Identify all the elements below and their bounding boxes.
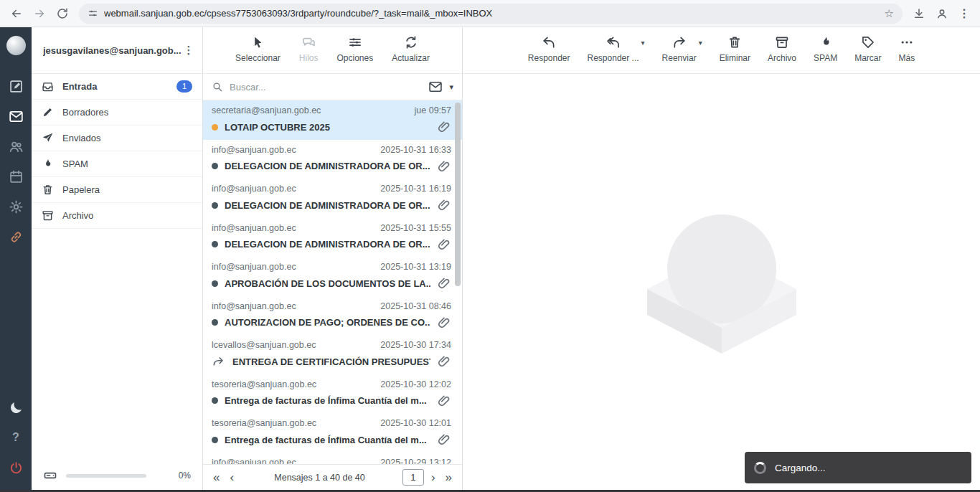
message-row[interactable]: info@sanjuan.gob.ec2025-10-29 13:12 <box>203 453 462 465</box>
attachment-icon <box>437 159 451 174</box>
message-subject: LOTAIP OCTUBRE 2025 <box>225 122 430 133</box>
compose-button[interactable] <box>5 75 27 97</box>
chat-bubbles-icon <box>301 35 316 49</box>
attachment-icon <box>437 198 451 212</box>
message-date: 2025-10-31 15:55 <box>380 223 451 233</box>
message-list: secretaria@sanjuan.gob.ecjue 09:57 LOTAI… <box>203 100 462 464</box>
webmail-home-button[interactable] <box>5 226 27 247</box>
pagination-summary: Mensajes 1 a 40 de 40 <box>274 473 364 483</box>
folder-archive[interactable]: Archivo <box>32 203 202 229</box>
contacts-nav-button[interactable] <box>5 136 27 157</box>
threads-button[interactable]: Hilos <box>299 35 319 63</box>
message-date: 2025-10-30 12:01 <box>380 418 451 428</box>
reply-all-menu-caret[interactable]: ▾ <box>641 39 645 47</box>
last-page-button[interactable]: » <box>443 471 455 483</box>
unread-dot[interactable] <box>212 163 218 169</box>
unread-dot[interactable] <box>212 280 218 287</box>
message-row[interactable]: secretaria@sanjuan.gob.ecjue 09:57 LOTAI… <box>203 100 462 140</box>
cursor-arrow-icon <box>250 35 265 49</box>
message-date: 2025-10-31 16:33 <box>380 145 451 155</box>
message-row[interactable]: tesoreria@sanjuan.gob.ec2025-10-30 12:02… <box>203 374 462 414</box>
message-date: 2025-10-29 13:12 <box>380 458 451 465</box>
message-row[interactable]: info@sanjuan.gob.ec2025-10-31 16:33 DELE… <box>203 140 462 179</box>
search-scope-chevron-icon[interactable]: ▾ <box>449 82 453 92</box>
back-button[interactable] <box>6 3 27 24</box>
message-row[interactable]: lcevallos@sanjuan.gob.ec2025-10-30 17:34… <box>203 335 462 374</box>
reply-icon <box>542 35 556 49</box>
message-row[interactable]: info@sanjuan.gob.ec2025-10-31 15:55 DELE… <box>203 218 462 257</box>
dark-mode-button[interactable] <box>5 397 27 418</box>
refresh-icon <box>404 35 418 49</box>
message-row[interactable]: info@sanjuan.gob.ec2025-10-31 08:46 AUTO… <box>203 296 462 336</box>
more-button[interactable]: Más <box>899 35 915 63</box>
spinner-icon <box>754 462 766 474</box>
message-from: secretaria@sanjuan.gob.ec <box>212 105 321 115</box>
prev-page-button[interactable]: ‹ <box>227 471 237 483</box>
message-date: 2025-10-30 12:02 <box>380 379 451 389</box>
unread-dot[interactable] <box>212 319 218 326</box>
account-menu-button[interactable]: ⋮ <box>181 44 197 57</box>
forward-button[interactable] <box>29 3 50 24</box>
downloads-button[interactable] <box>908 3 930 24</box>
profile-button[interactable] <box>931 3 953 24</box>
flame-icon <box>42 158 54 170</box>
folder-trash[interactable]: Papelera <box>32 177 202 203</box>
forward-menu-caret[interactable]: ▾ <box>699 39 702 47</box>
message-list-panel: Seleccionar Hilos Opciones Actualizar ▾ <box>203 27 463 490</box>
account-email: jesusgavilanes@sanjuan.gob.... <box>43 45 181 56</box>
unread-dot[interactable] <box>212 397 218 404</box>
reload-button[interactable] <box>52 3 73 24</box>
help-button[interactable]: ? <box>5 427 27 448</box>
message-from: info@sanjuan.gob.ec <box>212 184 296 194</box>
attachment-icon <box>437 120 451 134</box>
refresh-button[interactable]: Actualizar <box>392 35 430 63</box>
mail-toolbar: Responder Responder ... ▾ Reenviar ▾ Eli… <box>463 27 980 74</box>
reply-button[interactable]: Responder <box>528 35 570 63</box>
pencil-icon <box>42 106 54 118</box>
message-subject: ENTREGA DE CERTIFICACIÓN PRESUPUEST... <box>232 356 430 367</box>
folder-drafts[interactable]: Borradores <box>32 100 202 126</box>
search-input[interactable] <box>230 82 422 93</box>
folder-sent[interactable]: Enviados <box>32 126 202 151</box>
flag-dot[interactable] <box>212 124 218 131</box>
message-row[interactable]: tesoreria@sanjuan.gob.ec2025-10-30 12:01… <box>203 413 462 453</box>
message-subject: Entrega de facturas de Ínfima Cuantía de… <box>225 435 430 445</box>
message-from: info@sanjuan.gob.ec <box>212 458 296 465</box>
mail-nav-button[interactable] <box>5 105 27 127</box>
site-info-icon[interactable] <box>88 8 98 19</box>
message-row[interactable]: info@sanjuan.gob.ec2025-10-31 13:19 APRO… <box>203 257 462 296</box>
mark-button[interactable]: Marcar <box>854 35 881 63</box>
message-row[interactable]: info@sanjuan.gob.ec2025-10-31 16:19 DELE… <box>203 179 462 218</box>
unread-dot[interactable] <box>212 241 218 247</box>
search-scope-mail-icon[interactable] <box>428 80 443 94</box>
account-row: jesusgavilanes@sanjuan.gob.... ⋮ <box>32 27 202 74</box>
delete-button[interactable]: Eliminar <box>720 35 750 63</box>
message-date: jue 09:57 <box>415 105 451 115</box>
trash-icon <box>42 184 54 196</box>
forward-button-mail[interactable]: Reenviar <box>662 35 697 63</box>
message-date: 2025-10-31 13:19 <box>380 262 451 272</box>
calendar-icon <box>9 169 24 184</box>
first-page-button[interactable]: « <box>210 471 222 483</box>
bookmark-star-icon[interactable]: ☆ <box>885 7 894 20</box>
quota-percent: 0% <box>179 470 191 481</box>
calendar-nav-button[interactable] <box>5 166 27 187</box>
archive-button[interactable]: Archivo <box>768 35 796 63</box>
page-number-input[interactable] <box>402 469 424 486</box>
folder-inbox[interactable]: Entrada 1 <box>32 74 202 100</box>
unread-dot[interactable] <box>212 437 218 443</box>
browser-menu-button[interactable]: ⋮ <box>954 3 974 24</box>
address-bar[interactable]: webmail.sanjuan.gob.ec/cpsess7753063093/… <box>79 4 903 24</box>
select-button[interactable]: Seleccionar <box>235 35 281 63</box>
message-from: lcevallos@sanjuan.gob.ec <box>212 340 316 350</box>
folder-spam[interactable]: SPAM <box>32 151 202 177</box>
settings-nav-button[interactable] <box>5 196 27 217</box>
logout-button[interactable] <box>5 457 27 478</box>
reply-all-button[interactable]: Responder ... <box>588 35 639 63</box>
spam-button[interactable]: SPAM <box>814 35 837 63</box>
options-button[interactable]: Opciones <box>336 35 373 63</box>
forward-icon <box>672 35 687 49</box>
unread-dot[interactable] <box>212 202 218 209</box>
next-page-button[interactable]: › <box>428 471 438 483</box>
list-scrollbar[interactable] <box>455 103 461 286</box>
